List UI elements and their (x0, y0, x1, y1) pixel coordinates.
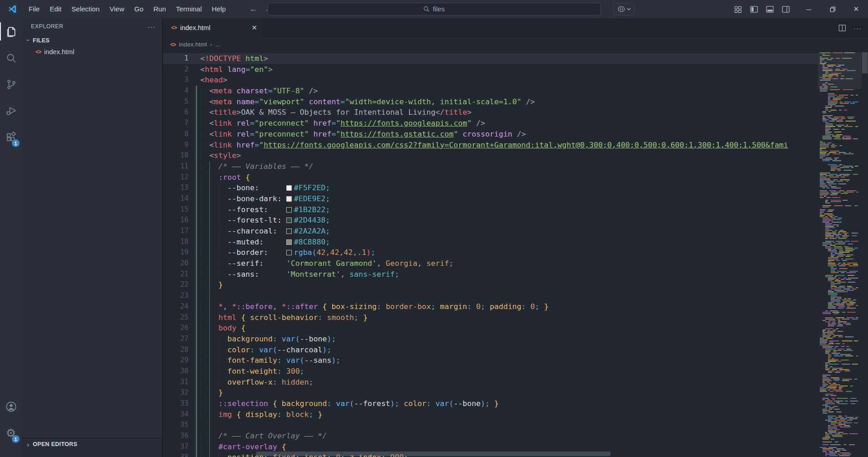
breadcrumb-file[interactable]: index.html (179, 41, 207, 48)
code-line-6[interactable]: 6 <title>OAK & MOSS — Objects for Intent… (163, 107, 818, 118)
menu-item-go[interactable]: Go (129, 0, 148, 18)
command-center-search[interactable]: files (268, 3, 601, 15)
menu-item-selection[interactable]: Selection (66, 0, 105, 18)
copilot-button[interactable] (614, 3, 635, 15)
account-button[interactable] (0, 393, 22, 420)
code-line-31[interactable]: 31 overflow-x: hidden; (163, 377, 818, 388)
code-line-35[interactable]: 35 (163, 420, 818, 431)
code-line-3[interactable]: 3<head> (163, 75, 818, 86)
open-editors-section[interactable]: › OPEN EDITORS (22, 438, 162, 457)
code-line-30[interactable]: 30 font-weight: 300; (163, 366, 818, 377)
breadcrumb[interactable]: <> index.html › ... (163, 37, 868, 51)
code-line-16[interactable]: 16 --forest-lt: #2D4438; (163, 215, 818, 226)
breadcrumb-symbol[interactable]: ... (215, 41, 220, 48)
code-line-19[interactable]: 19 --border: rgba(42,42,42,.1); (163, 247, 818, 258)
menu-item-view[interactable]: View (105, 0, 129, 18)
code-line-23[interactable]: 23 (163, 290, 818, 301)
code-line-24[interactable]: 24 *, *::before, *::after { box-sizing: … (163, 301, 818, 312)
restore-button[interactable] (821, 0, 844, 18)
horizontal-scrollbar[interactable] (256, 452, 610, 456)
split-editor-icon[interactable] (838, 24, 846, 32)
code-line-1[interactable]: 1<!DOCTYPE html> (163, 53, 818, 64)
toggle-panel-icon[interactable] (765, 5, 775, 14)
back-arrow-icon[interactable]: ← (249, 4, 258, 14)
menu-item-help[interactable]: Help (207, 0, 231, 18)
sidebar-item-search[interactable] (0, 45, 22, 71)
code-line-8[interactable]: 8 <link rel="preconnect" href="https://f… (163, 129, 818, 140)
code-line-4[interactable]: 4 <meta charset="UTF-8" /> (163, 86, 818, 96)
code-line-25[interactable]: 25 html { scroll-behavior: smooth; } (163, 312, 818, 323)
git-added-indicator (196, 366, 197, 377)
git-added-indicator (196, 334, 197, 345)
git-added-indicator (196, 237, 197, 248)
minimize-button[interactable]: ─ (797, 0, 821, 18)
code-line-17[interactable]: 17 --charcoal: #2A2A2A; (163, 226, 818, 237)
git-added-indicator (196, 279, 197, 290)
code-line-11[interactable]: 11 /* —— Variables —— */ (163, 161, 818, 172)
code-line-12[interactable]: 12 :root { (163, 172, 818, 183)
toggle-primary-sidebar-icon[interactable] (749, 5, 759, 14)
vertical-scrollbar[interactable] (862, 51, 868, 457)
code-line-15[interactable]: 15 --forest: #1B2B22; (163, 204, 818, 215)
menu-item-terminal[interactable]: Terminal (171, 0, 207, 18)
customize-layout-icon[interactable] (733, 5, 743, 14)
code-line-2[interactable]: 2<html lang="en"> (163, 64, 818, 75)
code-line-27[interactable]: 27 background: var(--bone); (163, 334, 818, 345)
code-line-36[interactable]: 36 /* —— Cart Overlay —— */ (163, 431, 818, 442)
menu-item-file[interactable]: File (24, 0, 45, 18)
line-number: 23 (163, 290, 188, 301)
code-line-9[interactable]: 9 <link href="https://fonts.googleapis.c… (163, 140, 818, 151)
tab-close-icon[interactable]: ✕ (251, 24, 257, 32)
code-line-28[interactable]: 28 color: var(--charcoal); (163, 345, 818, 355)
menu-item-edit[interactable]: Edit (45, 0, 66, 18)
explorer-more-actions[interactable]: ··· (147, 23, 156, 30)
code-line-7[interactable]: 7 <link rel="preconnect" href="https://f… (163, 118, 818, 129)
color-swatch[interactable] (286, 207, 292, 213)
html-file-icon: <> (170, 41, 176, 48)
line-number: 19 (163, 247, 188, 258)
sidebar-item-explorer[interactable] (0, 18, 22, 45)
code-line-14[interactable]: 14 --bone-dark: #EDE9E2; (163, 193, 818, 204)
code-line-10[interactable]: 10 <style> (163, 150, 818, 161)
color-swatch[interactable] (286, 250, 292, 255)
code-line-32[interactable]: 32 } (163, 387, 818, 398)
close-button[interactable]: ✕ (844, 0, 868, 18)
code-line-20[interactable]: 20 --serif: 'Cormorant Garamond', Georgi… (163, 258, 818, 269)
minimap-viewport-slider[interactable] (818, 52, 862, 89)
settings-button[interactable]: ⚙ 1 (0, 420, 22, 446)
color-swatch[interactable] (286, 218, 292, 223)
restore-icon (830, 6, 836, 12)
code-line-13[interactable]: 13 --bone: #F5F2ED; (163, 183, 818, 193)
code-line-5[interactable]: 5 <meta name="viewport" content="width=d… (163, 96, 818, 107)
explorer-icon (5, 25, 17, 38)
color-swatch[interactable] (286, 228, 292, 234)
extensions-badge: 1 (12, 139, 20, 147)
files-section-header[interactable]: › FILES (22, 35, 162, 46)
code-line-33[interactable]: 33 ::selection { background: var(--fores… (163, 398, 818, 409)
git-added-indicator (196, 150, 197, 161)
minimap[interactable] (818, 51, 862, 457)
code-editor[interactable]: 1<!DOCTYPE html>2<html lang="en">3<head>… (163, 51, 818, 457)
color-swatch[interactable] (286, 239, 292, 245)
code-line-18[interactable]: 18 --muted: #8C8880; (163, 237, 818, 248)
code-line-34[interactable]: 34 img { display: block; } (163, 409, 818, 420)
code-line-29[interactable]: 29 font-family: var(--sans); (163, 355, 818, 366)
sidebar-item-source-control[interactable] (0, 71, 22, 97)
toggle-secondary-sidebar-icon[interactable] (781, 5, 791, 14)
run-debug-icon (5, 105, 17, 117)
file-item-index-html[interactable]: <> index.html (22, 46, 162, 58)
menu-item-run[interactable]: Run (148, 0, 171, 18)
editor-more-actions[interactable]: ··· (853, 24, 862, 32)
code-line-37[interactable]: 37 #cart-overlay { (163, 442, 818, 452)
sidebar-item-extensions[interactable]: 1 (0, 124, 22, 150)
git-added-indicator (196, 172, 197, 183)
tab-index-html[interactable]: <> index.html ✕ (163, 18, 263, 37)
code-line-26[interactable]: 26 body { (163, 323, 818, 334)
code-line-21[interactable]: 21 --sans: 'Montserrat', sans-serif; (163, 269, 818, 280)
sidebar-item-run-debug[interactable] (0, 97, 22, 124)
git-added-indicator (196, 258, 197, 269)
code-line-22[interactable]: 22 } (163, 279, 818, 290)
color-swatch[interactable] (286, 185, 292, 191)
explorer-title: EXPLORER (31, 23, 63, 30)
color-swatch[interactable] (286, 196, 292, 202)
